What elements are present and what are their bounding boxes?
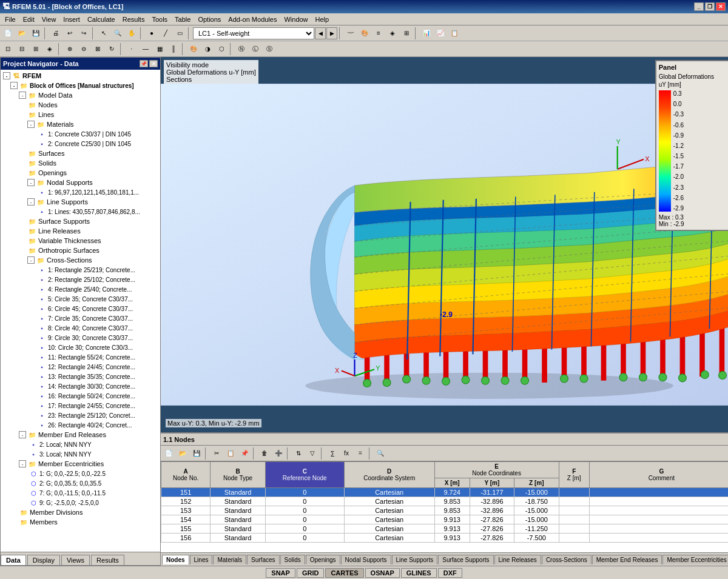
panel-close-button[interactable]: ✕ — [149, 60, 158, 67]
menu-view[interactable]: View — [38, 15, 60, 24]
redo-button[interactable]: ↪ — [77, 27, 90, 40]
menu-edit[interactable]: Edit — [19, 15, 38, 24]
btab-member-eccentricities[interactable]: Member Eccentricities — [662, 555, 728, 564]
tree-item-members[interactable]: 📁 Members — [2, 517, 159, 527]
tree-item-surface-supports[interactable]: 📁 Surface Supports — [2, 216, 159, 226]
nodal-supports-expand[interactable]: - — [27, 179, 35, 186]
btab-openings[interactable]: Openings — [306, 555, 340, 564]
load-case-selector[interactable]: LC1 - Self-weight — [193, 27, 314, 39]
pan-button[interactable]: ✋ — [125, 27, 138, 40]
line-button[interactable]: ╱ — [159, 27, 172, 40]
btab-nodal-supports[interactable]: Nodal Supports — [341, 555, 391, 564]
tree-item-var-thick[interactable]: 📁 Variable Thicknesses — [2, 236, 159, 246]
table-new-row[interactable]: 📄 — [162, 447, 175, 460]
table-row[interactable]: 151 Standard 0 Cartesian 9.724 -31.177 -… — [161, 488, 729, 497]
label-surfaces[interactable]: Ⓢ — [263, 42, 276, 56]
tab-results[interactable]: Results — [91, 555, 124, 565]
menu-insert[interactable]: Insert — [59, 15, 84, 24]
shade-mode[interactable]: ◑ — [201, 42, 214, 56]
tree-cs16[interactable]: ▪ 16: Rectangle 50/24; Concrete... — [2, 391, 159, 401]
tree-cs2[interactable]: ▪ 2: Rectangle 25/102; Concrete... — [2, 275, 159, 284]
sections-button[interactable]: ≡ — [372, 27, 385, 40]
project-expand[interactable]: - — [10, 82, 18, 89]
table-sort[interactable]: ⇅ — [292, 447, 305, 460]
snap-button[interactable]: SNAP — [266, 568, 295, 578]
tree-root[interactable]: - 🏗 RFEM — [2, 71, 159, 81]
table-equals[interactable]: = — [354, 447, 367, 460]
view-3d[interactable]: ◈ — [43, 42, 56, 56]
table-delete-row[interactable]: 🗑 — [258, 447, 271, 460]
tree-cs11[interactable]: ▪ 11: Rectangle 55/24; Concrete... — [2, 352, 159, 362]
menu-file[interactable]: File — [1, 15, 19, 24]
model-data-expand[interactable]: - — [19, 92, 26, 99]
tree-item-member-divisions[interactable]: 📁 Member Divisions — [2, 507, 159, 517]
panel-pin-button[interactable]: 📌 — [140, 60, 148, 67]
table-save-btn[interactable]: 💾 — [190, 447, 203, 460]
osnap-button[interactable]: OSNAP — [365, 568, 400, 578]
btab-materials[interactable]: Materials — [213, 555, 246, 564]
deform-button[interactable]: 〰 — [344, 27, 357, 40]
tree-item-cross-sections[interactable]: - 📁 Cross-Sections — [2, 255, 159, 265]
menu-help[interactable]: Help — [312, 15, 333, 24]
cross-sec-expand[interactable]: - — [27, 256, 35, 264]
tree-item-nodes[interactable]: 📁 Nodes — [2, 100, 159, 110]
table-row[interactable]: 154 Standard 0 Cartesian 9.913 -27.826 -… — [161, 515, 729, 524]
close-button[interactable]: ✕ — [716, 2, 726, 11]
table-copy[interactable]: 📋 — [224, 447, 237, 460]
tree-cs6[interactable]: ▪ 6: Circle 45; Concrete C30/37... — [2, 304, 159, 313]
tree-mer3[interactable]: ▪ 3: Local; NNN NYY — [2, 449, 159, 459]
tree-item-line-supports[interactable]: - 📁 Line Supports — [2, 197, 159, 207]
tree-mer2[interactable]: ▪ 2: Local; NNN NYY — [2, 440, 159, 449]
tree-item-materials[interactable]: - 📁 Materials — [2, 119, 159, 129]
menu-window[interactable]: Window — [280, 15, 311, 24]
filter-button[interactable]: ⊞ — [400, 27, 413, 40]
display-members[interactable]: ║ — [167, 42, 180, 56]
tree-item-solids[interactable]: 📁 Solids — [2, 158, 159, 168]
menu-calculate[interactable]: Calculate — [84, 15, 119, 24]
btab-nodes[interactable]: Nodes — [162, 555, 189, 564]
label-lines[interactable]: Ⓛ — [249, 42, 262, 56]
tree-container[interactable]: - 🏗 RFEM - 📁 Block of Offices [Manual st… — [1, 70, 160, 552]
line-supports-expand[interactable]: - — [27, 198, 35, 206]
tree-cs26[interactable]: ▪ 26: Rectangle 40/24; Concret... — [2, 420, 159, 430]
table-row[interactable]: 155 Standard 0 Cartesian 9.913 -27.826 -… — [161, 524, 729, 534]
tree-mecc1[interactable]: ⬡ 1: G; 0,0,-22.5; 0,0,-22.5 — [2, 469, 159, 478]
tree-cs13[interactable]: ▪ 13: Rectangle 35/35; Concrete... — [2, 372, 159, 381]
tree-item-mat2[interactable]: ▪ 2: Concrete C25/30 | DIN 1045 — [2, 139, 159, 149]
btab-member-end-releases[interactable]: Member End Releases — [592, 555, 662, 564]
grid-button[interactable]: GRID — [297, 568, 325, 578]
table-search-btn[interactable]: 🔍 — [374, 447, 387, 460]
save-button[interactable]: 💾 — [29, 27, 42, 40]
tree-mecc7[interactable]: ⬡ 7: G; 0,0,-11.5; 0,0,-11.5 — [2, 488, 159, 498]
results-button[interactable]: 📊 — [420, 27, 433, 40]
tree-cs7[interactable]: ▪ 7: Circle 35; Concrete C30/37... — [2, 313, 159, 323]
table-row[interactable]: 156 Standard 0 Cartesian 9.913 -27.826 -… — [161, 534, 729, 543]
label-nodes[interactable]: Ⓝ — [235, 42, 248, 56]
zoom-button[interactable]: 🔍 — [111, 27, 124, 40]
view-top[interactable]: ⊟ — [15, 42, 29, 56]
table-view-button[interactable]: 📋 — [448, 27, 461, 40]
tree-item-model-data[interactable]: - 📁 Model Data — [2, 90, 159, 100]
tab-data[interactable]: Data — [1, 555, 26, 565]
tree-item-line-sup1[interactable]: ▪ 1: Lines: 430,557,807,846,862,8... — [2, 207, 159, 216]
print-button[interactable]: 🖨 — [49, 27, 62, 40]
tree-item-member-end-releases[interactable]: - 📁 Member End Releases — [2, 430, 159, 440]
new-button[interactable]: 📄 — [1, 27, 15, 40]
tree-mecc9[interactable]: ⬡ 9: G; -2.5,0,0; -2.5,0,0 — [2, 498, 159, 507]
table-open[interactable]: 📂 — [176, 447, 189, 460]
dxf-button[interactable]: DXF — [438, 568, 462, 578]
tree-cs10[interactable]: ▪ 10: Circle 30; Concrete C30/3... — [2, 343, 159, 352]
table-formula[interactable]: ∑ — [326, 447, 339, 460]
tab-display[interactable]: Display — [27, 555, 60, 565]
btab-lines[interactable]: Lines — [190, 555, 213, 564]
tree-item-openings[interactable]: 📁 Openings — [2, 168, 159, 178]
tree-item-member-eccentricities[interactable]: - 📁 Member Eccentricities — [2, 459, 159, 469]
table-row[interactable]: 153 Standard 0 Cartesian 9.853 -32.896 -… — [161, 506, 729, 515]
tree-cs8[interactable]: ▪ 8: Circle 40; Concrete C30/37... — [2, 323, 159, 333]
tree-cs23[interactable]: ▪ 23: Rectangle 25/120; Concret... — [2, 410, 159, 420]
root-expand[interactable]: - — [3, 72, 10, 79]
tree-item-lines[interactable]: 📁 Lines — [2, 110, 159, 119]
tree-item-mat1[interactable]: ▪ 1: Concrete C30/37 | DIN 1045 — [2, 129, 159, 139]
btab-line-releases[interactable]: Line Releases — [494, 555, 541, 564]
tab-views[interactable]: Views — [61, 555, 90, 565]
